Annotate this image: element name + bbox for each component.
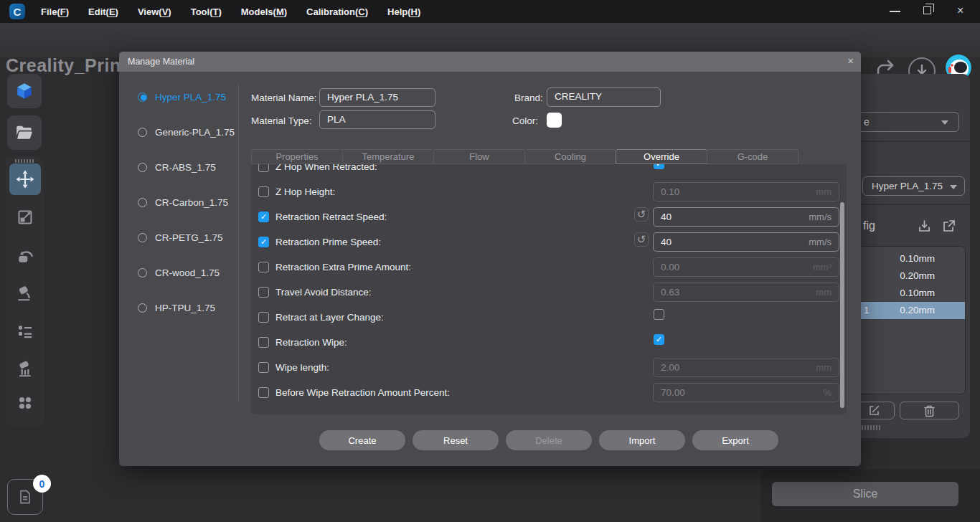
value-checkbox[interactable]: ✓: [654, 334, 664, 345]
add-model-button[interactable]: [7, 74, 42, 108]
import-config-icon[interactable]: [918, 219, 931, 233]
tab-override[interactable]: Override: [616, 149, 707, 164]
folder-icon: [15, 123, 34, 142]
menu-help[interactable]: Help(H): [387, 6, 420, 17]
override-row-label: Travel Avoid Distance:: [275, 287, 372, 298]
move-tool-button[interactable]: [9, 163, 41, 195]
material-item-cr-carbon-1-75[interactable]: CR-Carbon_1.75: [138, 195, 228, 209]
creality-logo-icon: C: [9, 4, 25, 19]
material-item-hyper-pla-1-75[interactable]: Hyper PLA_1.75: [138, 90, 226, 104]
profile-row[interactable]: 10.20mm: [859, 302, 965, 319]
override-enable-checkbox[interactable]: [258, 262, 269, 272]
profile-row[interactable]: 0.10mm: [859, 285, 965, 302]
scale-tool-button[interactable]: [9, 201, 41, 233]
lay-flat-tool-button[interactable]: [9, 277, 41, 309]
value-checkbox[interactable]: ✓: [654, 164, 664, 169]
value-input[interactable]: 40mm/s: [653, 232, 839, 252]
reset-button[interactable]: Reset: [413, 430, 499, 450]
material-item-cr-petg-1-75[interactable]: CR-PETG_1.75: [138, 230, 223, 245]
reset-value-icon[interactable]: ↺: [634, 232, 649, 247]
radio-icon[interactable]: [138, 233, 147, 242]
brand-label: Brand:: [514, 92, 543, 103]
chevron-down-icon: [941, 120, 948, 125]
rotate-tool-button[interactable]: [9, 239, 41, 271]
slice-bar: Slice: [760, 470, 980, 522]
color-swatch[interactable]: [547, 113, 562, 128]
unit-label: mm: [816, 186, 831, 197]
scale-icon: [17, 209, 34, 226]
radio-icon[interactable]: [138, 92, 147, 102]
panel-resize-grip[interactable]: [859, 425, 882, 430]
tab-g-code[interactable]: G-code: [707, 149, 798, 164]
override-enable-checkbox[interactable]: [258, 287, 269, 298]
menu-file[interactable]: File(F): [41, 6, 69, 17]
close-window-button[interactable]: ×: [957, 4, 963, 18]
override-enable-checkbox[interactable]: ✓: [258, 237, 269, 247]
override-enable-checkbox[interactable]: [258, 186, 269, 197]
create-button[interactable]: Create: [319, 430, 405, 450]
dialog-titlebar[interactable]: Manage Material ×: [119, 52, 861, 72]
object-list-tool-button[interactable]: [9, 315, 41, 347]
override-row-label: Retraction Extra Prime Amount:: [275, 262, 411, 272]
radio-icon[interactable]: [138, 128, 147, 137]
material-name-input[interactable]: Hyper PLA_1.75: [319, 88, 435, 107]
menu-view[interactable]: View(V): [138, 6, 171, 17]
import-button[interactable]: Import: [599, 430, 685, 450]
material-type-input[interactable]: PLA: [319, 110, 435, 129]
material-item-cr-wood-1-75[interactable]: CR-wood_1.75: [138, 265, 220, 280]
value-text: 70.00: [661, 387, 823, 398]
brand-input[interactable]: CREALITY: [547, 87, 661, 107]
tab-temperature[interactable]: Temperature: [342, 149, 434, 164]
menu-models[interactable]: Models(M): [241, 6, 287, 17]
radio-icon[interactable]: [138, 303, 147, 313]
layer-height-value: 0.20mm: [900, 305, 935, 315]
profile-row[interactable]: 0.10mm: [859, 250, 965, 267]
override-enable-checkbox[interactable]: [258, 387, 269, 398]
delete-profile-button[interactable]: [900, 402, 959, 419]
delete-button: Delete: [506, 430, 592, 450]
tab-properties[interactable]: Properties: [251, 149, 343, 164]
override-row: ✓Retraction Prime Speed:↺40mm/s: [251, 229, 847, 255]
value-checkbox[interactable]: [654, 309, 664, 320]
support-tool-button[interactable]: [9, 353, 41, 385]
menu-tool[interactable]: Tool(T): [191, 6, 222, 17]
material-item-generic-pla-1-75[interactable]: Generic-PLA_1.75: [138, 125, 235, 139]
dialog-close-icon[interactable]: ×: [847, 54, 854, 67]
tab-cooling[interactable]: Cooling: [524, 149, 616, 164]
material-item-label: CR-ABS_1.75: [155, 162, 216, 173]
radio-icon[interactable]: [138, 268, 147, 277]
slice-button[interactable]: Slice: [772, 482, 958, 506]
export-config-icon[interactable]: [942, 219, 956, 233]
menu-calibration[interactable]: Calibration(C): [306, 6, 368, 17]
override-enable-checkbox[interactable]: [258, 164, 269, 172]
export-button[interactable]: Export: [692, 430, 778, 450]
material-item-cr-abs-1-75[interactable]: CR-ABS_1.75: [138, 160, 216, 174]
unit-label: mm/s: [809, 237, 831, 247]
override-enable-checkbox[interactable]: [258, 362, 269, 373]
scrollbar-thumb[interactable]: [840, 202, 844, 408]
move-icon: [16, 170, 34, 189]
tab-flow[interactable]: Flow: [433, 149, 525, 164]
value-text: 0.10: [661, 186, 816, 197]
clone-tool-button[interactable]: [9, 387, 41, 419]
open-file-button[interactable]: [7, 115, 42, 150]
override-enable-checkbox[interactable]: [258, 312, 269, 323]
tool-panel-grip[interactable]: [15, 159, 35, 163]
maximize-button[interactable]: [923, 6, 931, 14]
radio-icon[interactable]: [138, 163, 147, 172]
list-form-divider: [238, 85, 239, 402]
material-dropdown[interactable]: Hyper PLA_1.75: [862, 176, 965, 196]
radio-icon[interactable]: [138, 198, 147, 207]
reset-value-icon[interactable]: ↺: [634, 207, 649, 222]
override-enable-checkbox[interactable]: ✓: [258, 212, 269, 222]
override-enable-checkbox[interactable]: [258, 337, 269, 348]
material-dropdown-value: Hyper PLA_1.75: [872, 181, 943, 191]
value-input[interactable]: 40mm/s: [653, 207, 839, 227]
unit-label: mm: [816, 362, 831, 373]
material-item-hp-tpu-1-75[interactable]: HP-TPU_1.75: [138, 300, 215, 315]
document-icon: [17, 488, 34, 506]
material-item-label: HP-TPU_1.75: [155, 303, 215, 313]
menu-edit[interactable]: Edit(E): [88, 6, 118, 17]
minimize-button[interactable]: [890, 11, 900, 12]
profile-row[interactable]: 0.20mm: [859, 267, 965, 285]
